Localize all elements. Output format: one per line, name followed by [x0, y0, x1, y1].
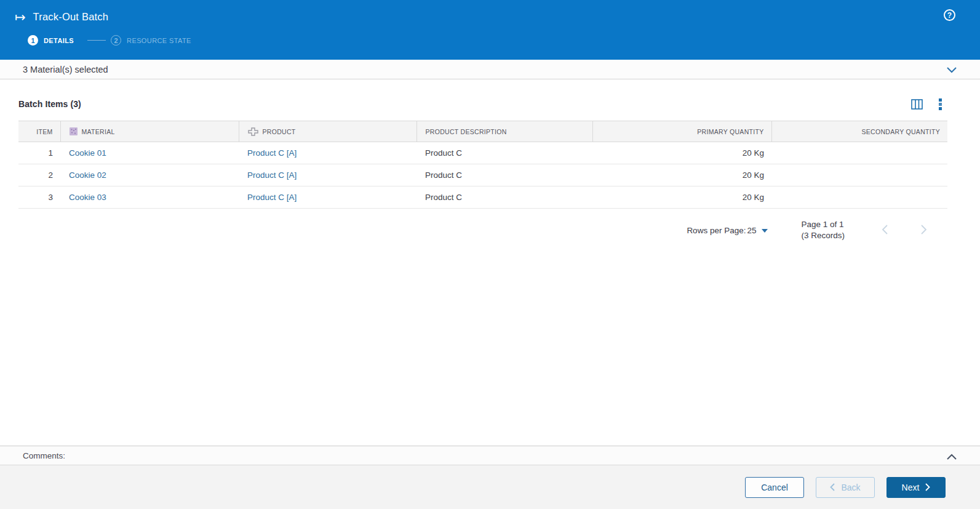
column-header-item[interactable]: ITEM — [18, 121, 60, 142]
rows-per-page-value: 25 — [747, 226, 756, 235]
table-tools — [911, 98, 949, 110]
step-details-label: DETAILS — [44, 37, 74, 44]
column-header-secondary-quantity[interactable]: SECONDARY QUANTITY — [771, 121, 947, 142]
cell-secondary-quantity — [771, 186, 947, 209]
page-info-line2: (3 Records) — [801, 230, 845, 241]
pager-controls — [878, 223, 936, 238]
title-row: ↦ Track-Out Batch — [15, 7, 980, 26]
step-details[interactable]: 1 DETAILS — [28, 35, 74, 46]
comments-label: Comments: — [23, 451, 65, 460]
dropdown-caret-icon — [762, 229, 768, 233]
material-link[interactable]: Cookie 01 — [69, 148, 106, 158]
cell-primary-quantity: 20 Kg — [592, 164, 771, 186]
materials-selected-label: 3 Material(s) selected — [23, 65, 108, 74]
batch-items-table: ITEM MATERIAL PRODUCT PRODUCT DESCRIPTIO… — [18, 121, 947, 209]
cell-item: 1 — [18, 142, 60, 164]
table-row: 3 Cookie 03 Product C [A] Product C 20 K… — [18, 186, 947, 209]
table-row: 1 Cookie 01 Product C [A] Product C 20 K… — [18, 142, 947, 164]
step-connector — [87, 40, 106, 41]
help-icon[interactable]: ? — [944, 9, 955, 21]
cell-product-description: Product C — [416, 186, 592, 209]
back-label: Back — [841, 483, 860, 492]
cell-primary-quantity: 20 Kg — [592, 186, 771, 209]
rows-per-page-label: Rows per Page: — [687, 226, 746, 235]
wizard-header: ↦ Track-Out Batch ? 1 DETAILS 2 RESOURCE… — [0, 0, 980, 60]
rows-per-page-dropdown[interactable]: Rows per Page:25 — [687, 226, 768, 235]
page-info-line1: Page 1 of 1 — [801, 219, 845, 230]
chevron-right-icon — [925, 483, 930, 491]
track-out-icon: ↦ — [15, 10, 26, 23]
material-icon — [70, 127, 78, 135]
help-glyph: ? — [947, 11, 952, 20]
step-resource-state-label: RESOURCE STATE — [127, 37, 191, 44]
cell-product-description: Product C — [416, 142, 592, 164]
step-details-number: 1 — [28, 35, 38, 46]
column-settings-icon[interactable] — [911, 99, 923, 110]
wizard-steps: 1 DETAILS 2 RESOURCE STATE — [28, 35, 980, 46]
column-header-product-description[interactable]: PRODUCT DESCRIPTION — [416, 121, 592, 142]
footer-actions: Cancel Back Next — [0, 465, 980, 509]
table-row: 2 Cookie 02 Product C [A] Product C 20 K… — [18, 164, 947, 186]
comments-bar[interactable]: Comments: — [0, 446, 980, 465]
column-header-material[interactable]: MATERIAL — [60, 121, 239, 142]
cell-primary-quantity: 20 Kg — [592, 142, 771, 164]
product-icon — [248, 127, 258, 136]
cell-product-description: Product C — [416, 164, 592, 186]
next-label: Next — [902, 483, 920, 492]
material-link[interactable]: Cookie 03 — [69, 193, 106, 202]
table-header-row: ITEM MATERIAL PRODUCT PRODUCT DESCRIPTIO… — [18, 121, 947, 142]
chevron-up-icon[interactable] — [947, 452, 957, 462]
cancel-button[interactable]: Cancel — [745, 477, 804, 498]
product-link[interactable]: Product C [A] — [247, 193, 297, 202]
column-header-product[interactable]: PRODUCT — [239, 121, 416, 142]
next-button[interactable]: Next — [886, 477, 946, 498]
more-options-icon[interactable] — [939, 98, 942, 110]
materials-selected-bar[interactable]: 3 Material(s) selected — [0, 60, 980, 79]
product-link[interactable]: Product C [A] — [247, 148, 297, 158]
product-link[interactable]: Product C [A] — [247, 170, 297, 180]
previous-page-icon[interactable] — [878, 223, 892, 238]
cell-item: 2 — [18, 164, 60, 186]
column-header-primary-quantity[interactable]: PRIMARY QUANTITY — [592, 121, 771, 142]
cancel-label: Cancel — [761, 483, 788, 492]
next-page-icon[interactable] — [917, 223, 931, 238]
batch-items-title: Batch Items (3) — [18, 99, 81, 109]
step-resource-state-number: 2 — [111, 35, 121, 46]
main-content: Batch Items (3) ITEM MATERIAL — [0, 79, 980, 446]
material-link[interactable]: Cookie 02 — [69, 170, 106, 180]
chevron-down-icon[interactable] — [947, 65, 957, 75]
step-resource-state[interactable]: 2 RESOURCE STATE — [111, 35, 191, 46]
page-info: Page 1 of 1 (3 Records) — [801, 219, 845, 241]
back-button[interactable]: Back — [816, 477, 875, 498]
chevron-left-icon — [830, 483, 835, 491]
batch-items-header: Batch Items (3) — [18, 97, 949, 111]
cell-item: 3 — [18, 186, 60, 209]
pagination-bar: Rows per Page:25 Page 1 of 1 (3 Records) — [18, 219, 949, 241]
cell-secondary-quantity — [771, 142, 947, 164]
cell-secondary-quantity — [771, 164, 947, 186]
page-title: Track-Out Batch — [33, 11, 109, 23]
